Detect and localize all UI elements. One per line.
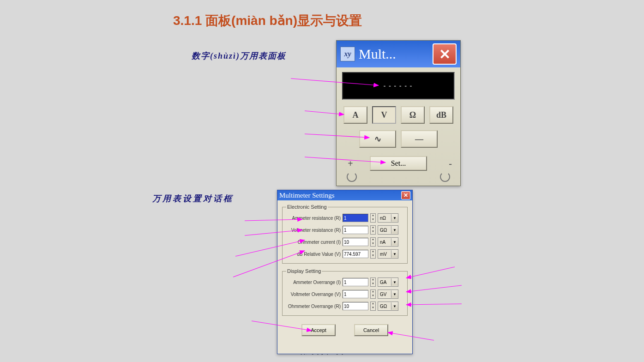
ohm-over-input[interactable] xyxy=(343,302,368,310)
cancel-button[interactable]: Cancel xyxy=(354,324,388,336)
voltmeter-r-label: Voltmeter resistance (R) xyxy=(286,228,341,233)
close-icon[interactable]: ✕ xyxy=(401,191,410,199)
voltmeter-r-unit: GΩ xyxy=(378,228,391,233)
field-voltmeter-resistance: Voltmeter resistance (R) ▲▼ GΩ▼ xyxy=(286,225,403,235)
ohm-i-label: Ohmmeter current (I) xyxy=(286,240,341,245)
mode-db-button[interactable]: dB xyxy=(429,106,453,124)
ohm-i-input[interactable] xyxy=(343,238,368,246)
multimeter-titlebar: xy Mult... ✕ xyxy=(337,41,460,67)
electronic-setting-group: Electronic Setting Ammeter resistance (R… xyxy=(282,204,408,264)
ammeter-r-label: Ammeter resistance (R) xyxy=(286,216,341,221)
ohm-over-unit: GΩ xyxy=(378,304,391,309)
field-ohmmeter-current: Ohmmeter current (I) ▲▼ nA▼ xyxy=(286,237,403,247)
volt-over-unit: GV xyxy=(378,292,391,297)
volt-over-label: Voltmeter Overrange (V) xyxy=(286,292,341,297)
db-v-input[interactable] xyxy=(343,250,368,258)
voltmeter-r-unit-dropdown[interactable]: ▼ xyxy=(391,226,398,234)
volt-over-input[interactable] xyxy=(343,290,368,298)
wave-dc-button[interactable]: — xyxy=(401,130,438,148)
ohm-i-spinner[interactable]: ▲▼ xyxy=(370,237,376,247)
ohm-i-unit-dropdown[interactable]: ▼ xyxy=(391,238,398,246)
amm-over-spinner[interactable]: ▲▼ xyxy=(370,278,376,287)
terminal-minus-icon[interactable] xyxy=(440,172,450,182)
db-v-spinner[interactable]: ▲▼ xyxy=(370,249,376,259)
section-heading: 3.1.1 面板(miàn bǎn)显示与设置 xyxy=(173,12,367,30)
close-icon[interactable]: ✕ xyxy=(433,43,457,65)
mode-volt-button[interactable]: V xyxy=(372,106,396,124)
terminal-minus-label: - xyxy=(441,158,452,169)
svg-line-11 xyxy=(406,304,462,305)
field-ammeter-overrange: Ammeter Overrange (I) ▲▼ GA▼ xyxy=(286,278,403,287)
label-settings-dialog: 万用表设置对话框 xyxy=(152,193,234,204)
set-button[interactable]: Set... xyxy=(370,156,427,171)
amm-over-label: Ammeter Overrange (I) xyxy=(286,280,341,285)
mode-ohm-button[interactable]: Ω xyxy=(401,106,425,124)
accept-button[interactable]: Accept xyxy=(301,324,336,336)
ohm-i-unit: nA xyxy=(378,240,391,245)
multimeter-title-text: Mult... xyxy=(359,46,429,62)
svg-line-10 xyxy=(406,285,462,292)
dc-line-icon: — xyxy=(415,134,423,144)
label-panel: 数字(shùzì)万用表面板 xyxy=(192,50,293,62)
svg-line-9 xyxy=(406,267,455,278)
ammeter-r-input[interactable] xyxy=(343,214,368,222)
multimeter-settings-dialog: Multimeter Settings ✕ Electronic Setting… xyxy=(277,190,413,354)
volt-over-unit-dropdown[interactable]: ▼ xyxy=(391,290,398,298)
amm-over-unit-dropdown[interactable]: ▼ xyxy=(391,278,398,286)
db-v-label: dB Relative Value (V) xyxy=(286,252,341,257)
multimeter-panel: xy Mult... ✕ ------ A V Ω dB ∿ — + Set..… xyxy=(336,40,461,186)
multimeter-display: ------ xyxy=(342,72,455,100)
multimeter-app-icon: xy xyxy=(340,47,355,61)
ammeter-r-spinner[interactable]: ▲▼ xyxy=(370,213,376,223)
settings-title-text: Multimeter Settings xyxy=(279,192,399,199)
electronic-setting-legend: Electronic Setting xyxy=(286,204,328,210)
ohm-over-spinner[interactable]: ▲▼ xyxy=(370,302,376,311)
display-setting-group: Display Setting Ammeter Overrange (I) ▲▼… xyxy=(282,268,408,316)
field-voltmeter-overrange: Voltmeter Overrange (V) ▲▼ GV▼ xyxy=(286,290,403,299)
ohm-over-unit-dropdown[interactable]: ▼ xyxy=(391,302,398,310)
field-ohmmeter-overrange: Ohmmeter Overrange (R) ▲▼ GΩ▼ xyxy=(286,302,403,311)
terminal-plus-icon[interactable] xyxy=(347,172,357,182)
ammeter-r-unit: nΩ xyxy=(378,216,391,221)
amm-over-input[interactable] xyxy=(343,278,368,286)
field-db-relative-value: dB Relative Value (V) ▲▼ mV▼ xyxy=(286,249,403,259)
terminal-plus-label: + xyxy=(345,158,356,169)
voltmeter-r-spinner[interactable]: ▲▼ xyxy=(370,225,376,235)
amm-over-unit: GA xyxy=(378,280,391,285)
sine-wave-icon: ∿ xyxy=(374,134,381,144)
db-v-unit: mV xyxy=(378,252,391,257)
wave-ac-button[interactable]: ∿ xyxy=(359,130,396,148)
display-setting-legend: Display Setting xyxy=(286,268,322,274)
ohm-over-label: Ohmmeter Overrange (R) xyxy=(286,304,341,309)
voltmeter-r-input[interactable] xyxy=(343,226,368,234)
db-v-unit-dropdown[interactable]: ▼ xyxy=(391,250,398,258)
volt-over-spinner[interactable]: ▲▼ xyxy=(370,290,376,299)
settings-titlebar: Multimeter Settings ✕ xyxy=(277,190,412,200)
ammeter-r-unit-dropdown[interactable]: ▼ xyxy=(391,214,398,222)
mode-amp-button[interactable]: A xyxy=(343,106,367,124)
field-ammeter-resistance: Ammeter resistance (R) ▲▼ nΩ▼ xyxy=(286,213,403,223)
